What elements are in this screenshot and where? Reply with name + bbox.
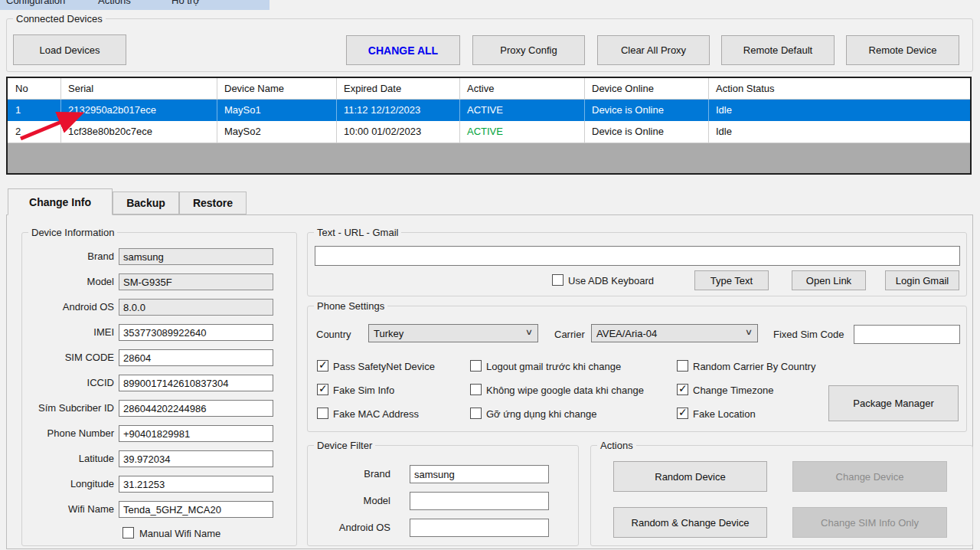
- cell-action-status: Idle: [709, 100, 970, 121]
- col-header-no[interactable]: No: [8, 78, 61, 99]
- cell-device-name: MaySo2: [217, 121, 337, 142]
- country-value: Turkey: [374, 328, 403, 339]
- imei-input[interactable]: [119, 324, 273, 341]
- change-device-button[interactable]: Change Device: [792, 461, 947, 492]
- imei-label: IMEI: [28, 326, 114, 338]
- cell-active: ACTIVE: [460, 100, 585, 121]
- longitude-label: Longitude: [28, 478, 114, 489]
- cell-expired-date: 11:12 12/12/2023: [337, 100, 460, 121]
- change-all-button[interactable]: CHANGE ALL: [346, 35, 460, 65]
- remote-device-button[interactable]: Remote Device: [846, 35, 959, 65]
- model-input[interactable]: [119, 273, 273, 290]
- menu-ho-tro[interactable]: Hỗ trợ: [172, 0, 200, 6]
- cell-device-online: Device is Online: [585, 121, 709, 142]
- device-filter-title: Device Filter: [314, 440, 375, 451]
- model-label: Model: [28, 276, 114, 287]
- app-window: { "menu": { "items": ["Configuration", "…: [0, 0, 980, 550]
- type-text-button[interactable]: Type Text: [694, 270, 769, 290]
- manual-wifi-name-label: Manual Wifi Name: [139, 528, 220, 539]
- fixed-sim-code-input[interactable]: [854, 325, 960, 344]
- khong-wipe-google-checkbox[interactable]: [470, 384, 482, 395]
- tab-change-info[interactable]: Change Info: [8, 188, 113, 215]
- go-ung-dung-checkbox[interactable]: [470, 408, 482, 419]
- col-header-device-name[interactable]: Device Name: [217, 78, 337, 99]
- load-devices-button[interactable]: Load Devices: [13, 34, 126, 65]
- open-link-button[interactable]: Open Link: [792, 270, 866, 290]
- fake-mac-address-checkbox[interactable]: [317, 408, 328, 419]
- cell-action-status: Idle: [709, 121, 970, 142]
- chevron-down-icon: ∨: [745, 327, 753, 337]
- cell-no: 1: [8, 100, 61, 121]
- country-select[interactable]: Turkey ∨: [368, 324, 538, 342]
- fixed-sim-code-label: Fixed Sim Code: [773, 329, 844, 340]
- phone-number-input[interactable]: [119, 425, 273, 442]
- sim-subcriber-id-input[interactable]: [119, 400, 273, 417]
- filter-model-label: Model: [314, 495, 390, 506]
- cell-serial: 2132950a2b017ece: [61, 100, 217, 121]
- text-url-gmail-group: Text - URL - Gmail Use ADB Keyboard Type…: [307, 232, 967, 296]
- fake-mac-address-label: Fake MAC Address: [333, 408, 419, 420]
- menu-actions[interactable]: Actions: [98, 0, 131, 6]
- package-manager-button[interactable]: Package Manager: [828, 385, 959, 421]
- latitude-input[interactable]: [119, 450, 273, 467]
- remote-default-button[interactable]: Remote Default: [721, 35, 835, 65]
- sim-subcriber-id-label: Sím Subcriber ID: [28, 402, 114, 414]
- cell-no: 2: [8, 121, 61, 142]
- fake-sim-info-checkbox[interactable]: [317, 384, 328, 395]
- iccid-label: ICCID: [28, 377, 114, 388]
- table-header-row: No Serial Device Name Expired Date Activ…: [8, 78, 970, 100]
- col-header-device-online[interactable]: Device Online: [585, 78, 709, 99]
- proxy-config-button[interactable]: Proxy Config: [472, 35, 585, 65]
- login-gmail-button[interactable]: Login Gmail: [885, 270, 959, 290]
- change-sim-info-only-button[interactable]: Change SIM Info Only: [792, 507, 947, 538]
- change-info-tab-panel: Device Information Brand Model Android O…: [6, 214, 973, 549]
- table-row[interactable]: 2 1cf38e80b20c7ece MaySo2 10:00 01/02/20…: [8, 121, 970, 143]
- carrier-label: Carrier: [554, 329, 585, 340]
- pass-safetynet-checkbox[interactable]: [317, 360, 328, 372]
- filter-model-input[interactable]: [410, 492, 549, 510]
- col-header-serial[interactable]: Serial: [61, 78, 217, 99]
- clear-all-proxy-button[interactable]: Clear All Proxy: [597, 35, 710, 65]
- random-device-button[interactable]: Random Device: [613, 461, 767, 492]
- manual-wifi-name-checkbox[interactable]: [122, 527, 134, 539]
- phone-number-label: Phone Number: [28, 427, 114, 439]
- col-header-expired-date[interactable]: Expired Date: [337, 78, 460, 99]
- filter-brand-input[interactable]: [410, 465, 549, 483]
- table-row[interactable]: 1 2132950a2b017ece MaySo1 11:12 12/12/20…: [8, 100, 970, 121]
- sim-code-input[interactable]: [119, 349, 273, 366]
- carrier-select[interactable]: AVEA/Aria-04 ∨: [591, 324, 758, 342]
- col-header-active[interactable]: Active: [460, 78, 585, 99]
- tab-backup[interactable]: Backup: [113, 192, 179, 214]
- device-information-title: Device Information: [28, 227, 117, 238]
- col-header-action-status[interactable]: Action Status: [709, 78, 970, 99]
- device-filter-group: Device Filter Brand Model Android OS: [307, 445, 579, 546]
- menu-configuration[interactable]: Configuration: [6, 0, 65, 6]
- iccid-input[interactable]: [119, 375, 273, 391]
- use-adb-keyboard-checkbox[interactable]: [552, 274, 564, 286]
- cell-active: ACTIVE: [460, 121, 585, 142]
- fake-location-label: Fake Location: [693, 408, 756, 420]
- longitude-input[interactable]: [119, 476, 273, 493]
- connected-devices-title: Connected Devices: [13, 13, 106, 25]
- table-empty-area: [8, 143, 970, 173]
- change-timezone-checkbox[interactable]: [677, 384, 688, 395]
- filter-android-os-input[interactable]: [410, 519, 549, 537]
- random-carrier-label: Random Carrier By Country: [693, 361, 815, 372]
- use-adb-keyboard-label: Use ADB Keyboard: [568, 275, 654, 286]
- random-and-change-device-button[interactable]: Random & Change Device: [613, 507, 767, 538]
- logout-gmail-checkbox[interactable]: [470, 360, 482, 372]
- tab-restore[interactable]: Restore: [179, 192, 247, 214]
- go-ung-dung-label: Gỡ ứng dụng khi change: [486, 408, 596, 420]
- random-carrier-checkbox[interactable]: [677, 360, 688, 372]
- cell-serial: 1cf38e80b20c7ece: [61, 121, 217, 142]
- device-information-group: Device Information Brand Model Android O…: [21, 232, 297, 546]
- phone-settings-title: Phone Settings: [314, 300, 387, 312]
- brand-input[interactable]: [119, 248, 273, 265]
- sim-code-label: SIM CODE: [28, 352, 114, 363]
- menu-bar: Configuration Actions Hỗ trợ: [0, 0, 270, 10]
- wifi-name-input[interactable]: [119, 501, 273, 518]
- text-url-gmail-input[interactable]: [315, 246, 960, 266]
- android-os-input[interactable]: [119, 299, 273, 316]
- cell-device-online: Device is Online: [585, 100, 709, 121]
- fake-location-checkbox[interactable]: [677, 408, 688, 419]
